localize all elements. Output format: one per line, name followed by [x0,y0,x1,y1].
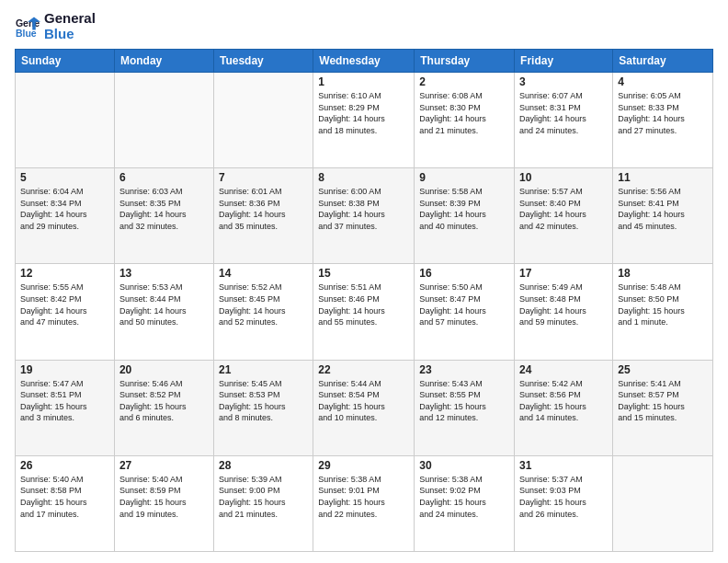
day-number: 30 [419,459,509,472]
page: General Blue General Blue SundayMondayTu… [0,0,728,563]
week-row-1: 1Sunrise: 6:10 AM Sunset: 8:29 PM Daylig… [16,73,713,168]
day-info: Sunrise: 5:57 AM Sunset: 8:40 PM Dayligh… [519,186,608,232]
day-info: Sunrise: 6:05 AM Sunset: 8:33 PM Dayligh… [618,90,708,136]
calendar-cell: 10Sunrise: 5:57 AM Sunset: 8:40 PM Dayli… [515,168,613,264]
day-number: 19 [20,363,109,376]
calendar-cell: 7Sunrise: 6:01 AM Sunset: 8:36 PM Daylig… [213,168,313,264]
week-row-4: 19Sunrise: 5:47 AM Sunset: 8:51 PM Dayli… [16,360,713,455]
day-number: 29 [318,459,409,472]
calendar-cell: 18Sunrise: 5:48 AM Sunset: 8:50 PM Dayli… [613,264,713,360]
calendar-cell: 14Sunrise: 5:52 AM Sunset: 8:45 PM Dayli… [213,264,313,360]
calendar-cell: 26Sunrise: 5:40 AM Sunset: 8:58 PM Dayli… [16,455,115,551]
day-number: 25 [618,363,708,376]
day-number: 20 [119,363,209,376]
calendar-cell: 2Sunrise: 6:08 AM Sunset: 8:30 PM Daylig… [415,73,515,168]
day-info: Sunrise: 6:00 AM Sunset: 8:38 PM Dayligh… [318,186,409,232]
weekday-header-monday: Monday [114,50,213,73]
calendar-cell: 9Sunrise: 5:58 AM Sunset: 8:39 PM Daylig… [415,168,515,264]
calendar-cell: 3Sunrise: 6:07 AM Sunset: 8:31 PM Daylig… [515,73,613,168]
calendar-cell: 6Sunrise: 6:03 AM Sunset: 8:35 PM Daylig… [114,168,213,264]
day-number: 21 [219,363,308,376]
logo: General Blue General Blue [15,11,96,41]
calendar-cell: 19Sunrise: 5:47 AM Sunset: 8:51 PM Dayli… [16,360,115,455]
calendar-cell [114,73,213,168]
day-info: Sunrise: 5:51 AM Sunset: 8:46 PM Dayligh… [318,282,409,327]
calendar-cell: 28Sunrise: 5:39 AM Sunset: 9:00 PM Dayli… [213,455,313,551]
day-info: Sunrise: 5:41 AM Sunset: 8:57 PM Dayligh… [618,378,708,424]
day-info: Sunrise: 5:49 AM Sunset: 8:48 PM Dayligh… [519,282,608,327]
logo-general: General [44,11,96,27]
calendar-cell: 8Sunrise: 6:00 AM Sunset: 8:38 PM Daylig… [313,168,415,264]
day-number: 2 [419,75,509,88]
day-info: Sunrise: 5:38 AM Sunset: 9:01 PM Dayligh… [318,474,409,520]
day-info: Sunrise: 5:46 AM Sunset: 8:52 PM Dayligh… [119,378,209,424]
day-number: 23 [419,363,509,376]
day-info: Sunrise: 5:37 AM Sunset: 9:03 PM Dayligh… [519,474,608,520]
day-info: Sunrise: 5:44 AM Sunset: 8:54 PM Dayligh… [318,378,409,424]
day-info: Sunrise: 5:40 AM Sunset: 8:59 PM Dayligh… [119,474,209,520]
day-number: 12 [20,267,109,280]
day-number: 31 [519,459,608,472]
day-info: Sunrise: 5:38 AM Sunset: 9:02 PM Dayligh… [419,474,509,520]
day-number: 16 [419,267,509,280]
week-row-3: 12Sunrise: 5:55 AM Sunset: 8:42 PM Dayli… [16,264,713,360]
day-number: 7 [219,171,308,184]
day-number: 8 [318,171,409,184]
day-info: Sunrise: 5:45 AM Sunset: 8:53 PM Dayligh… [219,378,308,424]
calendar-cell [16,73,115,168]
weekday-header-friday: Friday [515,50,613,73]
calendar-cell: 31Sunrise: 5:37 AM Sunset: 9:03 PM Dayli… [515,455,613,551]
day-number: 5 [20,171,109,184]
day-info: Sunrise: 5:55 AM Sunset: 8:42 PM Dayligh… [20,282,109,327]
weekday-header-wednesday: Wednesday [313,50,415,73]
calendar-cell: 16Sunrise: 5:50 AM Sunset: 8:47 PM Dayli… [415,264,515,360]
day-number: 26 [20,459,109,472]
calendar-cell: 13Sunrise: 5:53 AM Sunset: 8:44 PM Dayli… [114,264,213,360]
day-info: Sunrise: 6:03 AM Sunset: 8:35 PM Dayligh… [119,186,209,232]
calendar-cell: 22Sunrise: 5:44 AM Sunset: 8:54 PM Dayli… [313,360,415,455]
day-info: Sunrise: 5:58 AM Sunset: 8:39 PM Dayligh… [419,186,509,232]
day-info: Sunrise: 6:10 AM Sunset: 8:29 PM Dayligh… [318,90,409,136]
day-number: 22 [318,363,409,376]
calendar-cell: 12Sunrise: 5:55 AM Sunset: 8:42 PM Dayli… [16,264,115,360]
weekday-header-sunday: Sunday [16,50,115,73]
logo-icon: General Blue [15,14,40,40]
day-info: Sunrise: 5:48 AM Sunset: 8:50 PM Dayligh… [618,282,708,327]
day-info: Sunrise: 6:08 AM Sunset: 8:30 PM Dayligh… [419,90,509,136]
day-number: 6 [119,171,209,184]
weekday-header-tuesday: Tuesday [213,50,313,73]
weekday-header-saturday: Saturday [613,50,713,73]
day-number: 14 [219,267,308,280]
day-number: 13 [119,267,209,280]
day-number: 18 [618,267,708,280]
calendar-cell: 20Sunrise: 5:46 AM Sunset: 8:52 PM Dayli… [114,360,213,455]
day-info: Sunrise: 6:04 AM Sunset: 8:34 PM Dayligh… [20,186,109,232]
calendar-cell [213,73,313,168]
day-number: 4 [618,75,708,88]
weekday-header-row: SundayMondayTuesdayWednesdayThursdayFrid… [16,50,713,73]
week-row-2: 5Sunrise: 6:04 AM Sunset: 8:34 PM Daylig… [16,168,713,264]
calendar-cell: 4Sunrise: 6:05 AM Sunset: 8:33 PM Daylig… [613,73,713,168]
calendar-cell: 15Sunrise: 5:51 AM Sunset: 8:46 PM Dayli… [313,264,415,360]
calendar-cell: 25Sunrise: 5:41 AM Sunset: 8:57 PM Dayli… [613,360,713,455]
calendar-cell: 21Sunrise: 5:45 AM Sunset: 8:53 PM Dayli… [213,360,313,455]
day-number: 3 [519,75,608,88]
weekday-header-thursday: Thursday [415,50,515,73]
day-info: Sunrise: 5:40 AM Sunset: 8:58 PM Dayligh… [20,474,109,520]
day-number: 1 [318,75,409,88]
day-info: Sunrise: 5:42 AM Sunset: 8:56 PM Dayligh… [519,378,608,424]
calendar-cell: 24Sunrise: 5:42 AM Sunset: 8:56 PM Dayli… [515,360,613,455]
day-number: 11 [618,171,708,184]
calendar-cell: 17Sunrise: 5:49 AM Sunset: 8:48 PM Dayli… [515,264,613,360]
day-number: 28 [219,459,308,472]
header: General Blue General Blue [15,11,713,41]
day-number: 9 [419,171,509,184]
calendar-cell: 5Sunrise: 6:04 AM Sunset: 8:34 PM Daylig… [16,168,115,264]
day-info: Sunrise: 5:53 AM Sunset: 8:44 PM Dayligh… [119,282,209,327]
day-info: Sunrise: 5:52 AM Sunset: 8:45 PM Dayligh… [219,282,308,327]
day-number: 17 [519,267,608,280]
day-number: 15 [318,267,409,280]
day-info: Sunrise: 5:47 AM Sunset: 8:51 PM Dayligh… [20,378,109,424]
logo-blue: Blue [44,27,96,42]
day-info: Sunrise: 6:07 AM Sunset: 8:31 PM Dayligh… [519,90,608,136]
